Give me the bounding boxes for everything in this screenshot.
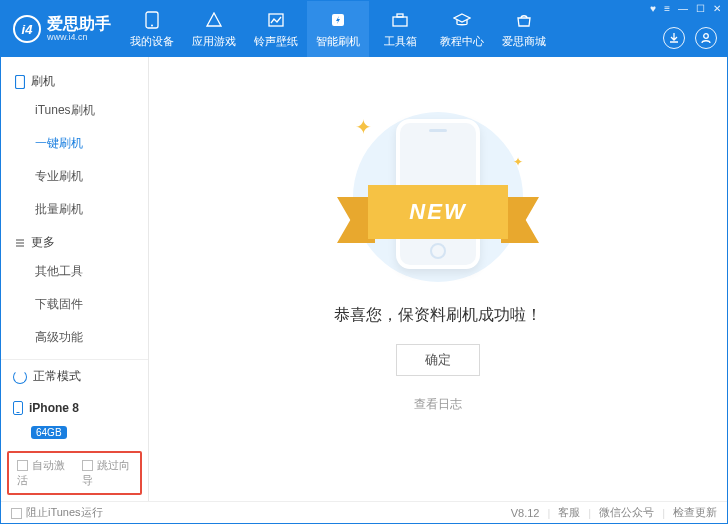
nav-label: 教程中心 — [440, 34, 484, 49]
main-content: ✦ ✦ ✦ NEW 恭喜您，保资料刷机成功啦！ 确定 查看日志 — [149, 57, 727, 501]
footer-link-wechat[interactable]: 微信公众号 — [599, 505, 654, 520]
auto-activate-checkbox[interactable]: 自动激活 — [17, 458, 68, 488]
device-row[interactable]: iPhone 8 64GB — [1, 393, 148, 447]
nav-label: 应用游戏 — [192, 34, 236, 49]
nav-label: 智能刷机 — [316, 34, 360, 49]
new-ribbon-icon: NEW — [333, 185, 543, 239]
view-log-link[interactable]: 查看日志 — [414, 396, 462, 413]
menu-icon — [15, 238, 25, 248]
nav-flash[interactable]: 智能刷机 — [307, 1, 369, 57]
sidebar-section-title: 刷机 — [31, 73, 55, 90]
device-name: iPhone 8 — [29, 401, 79, 415]
sidebar-section-title: 更多 — [31, 234, 55, 251]
svg-rect-5 — [397, 14, 403, 17]
brand-logo-icon: i4 — [13, 15, 41, 43]
version-label: V8.12 — [511, 507, 540, 519]
confirm-button[interactable]: 确定 — [396, 344, 480, 376]
window-controls: ♥ ≡ — ☐ ✕ — [650, 3, 721, 14]
nav-label: 工具箱 — [384, 34, 417, 49]
refresh-icon — [13, 370, 27, 384]
top-nav: 我的设备 应用游戏 铃声壁纸 智能刷机 工具箱 教程中心 爱思商城 — [121, 1, 555, 57]
settings-icon[interactable]: ♥ — [650, 3, 656, 14]
footer-link-update[interactable]: 检查更新 — [673, 505, 717, 520]
footer-link-support[interactable]: 客服 — [558, 505, 580, 520]
sidebar-section-more: 更多 — [1, 226, 148, 255]
download-button[interactable] — [663, 27, 685, 49]
nav-label: 爱思商城 — [502, 34, 546, 49]
success-illustration: ✦ ✦ ✦ NEW — [333, 107, 543, 287]
user-button[interactable] — [695, 27, 717, 49]
sidebar-item-download-fw[interactable]: 下载固件 — [1, 288, 148, 321]
device-icon — [13, 401, 23, 415]
close-icon[interactable]: ✕ — [713, 3, 721, 14]
post-flash-options: 自动激活 跳过向导 — [7, 451, 142, 495]
flash-icon — [330, 10, 346, 30]
skip-guide-checkbox[interactable]: 跳过向导 — [82, 458, 133, 488]
svg-rect-2 — [269, 14, 283, 26]
nav-tutorial[interactable]: 教程中心 — [431, 1, 493, 57]
app-header: i4 爱思助手 www.i4.cn 我的设备 应用游戏 铃声壁纸 智能刷机 工具… — [1, 1, 727, 57]
svg-rect-4 — [393, 17, 407, 26]
brand-url: www.i4.cn — [47, 32, 111, 42]
device-mode-row[interactable]: 正常模式 — [1, 360, 148, 393]
brand-block: i4 爱思助手 www.i4.cn — [1, 15, 121, 43]
menu-icon[interactable]: ≡ — [664, 3, 670, 14]
toolbox-icon — [392, 10, 408, 30]
wallpaper-icon — [268, 10, 284, 30]
maximize-icon[interactable]: ☐ — [696, 3, 705, 14]
sidebar-item-itunes[interactable]: iTunes刷机 — [1, 94, 148, 127]
svg-rect-7 — [16, 75, 25, 88]
sidebar-item-oneclick[interactable]: 一键刷机 — [1, 127, 148, 160]
sparkle-icon: ✦ — [355, 115, 372, 139]
nav-toolbox[interactable]: 工具箱 — [369, 1, 431, 57]
svg-point-6 — [704, 34, 709, 39]
status-bar: 阻止iTunes运行 V8.12 | 客服 | 微信公众号 | 检查更新 — [1, 501, 727, 523]
storage-badge: 64GB — [31, 426, 67, 439]
ribbon-text: NEW — [368, 185, 508, 239]
brand-name: 爱思助手 — [47, 16, 111, 32]
svg-point-1 — [151, 24, 153, 26]
sidebar-item-othertools[interactable]: 其他工具 — [1, 255, 148, 288]
graduation-icon — [453, 10, 471, 30]
sparkle-icon: ✦ — [513, 155, 523, 169]
device-mode-label: 正常模式 — [33, 368, 81, 385]
nav-ringtones[interactable]: 铃声壁纸 — [245, 1, 307, 57]
sidebar-item-batch[interactable]: 批量刷机 — [1, 193, 148, 226]
sidebar-item-pro[interactable]: 专业刷机 — [1, 160, 148, 193]
phone-icon — [145, 10, 159, 30]
nav-store[interactable]: 爱思商城 — [493, 1, 555, 57]
success-message: 恭喜您，保资料刷机成功啦！ — [334, 305, 542, 326]
nav-apps[interactable]: 应用游戏 — [183, 1, 245, 57]
nav-my-device[interactable]: 我的设备 — [121, 1, 183, 57]
phone-icon — [15, 75, 25, 89]
sidebar-item-advanced[interactable]: 高级功能 — [1, 321, 148, 354]
store-icon — [516, 10, 532, 30]
block-itunes-checkbox[interactable]: 阻止iTunes运行 — [11, 505, 103, 520]
sidebar-section-flash: 刷机 — [1, 65, 148, 94]
sidebar: 刷机 iTunes刷机 一键刷机 专业刷机 批量刷机 更多 其他工具 下载固件 … — [1, 57, 149, 501]
nav-label: 我的设备 — [130, 34, 174, 49]
minimize-icon[interactable]: — — [678, 3, 688, 14]
nav-label: 铃声壁纸 — [254, 34, 298, 49]
apps-icon — [206, 10, 222, 30]
